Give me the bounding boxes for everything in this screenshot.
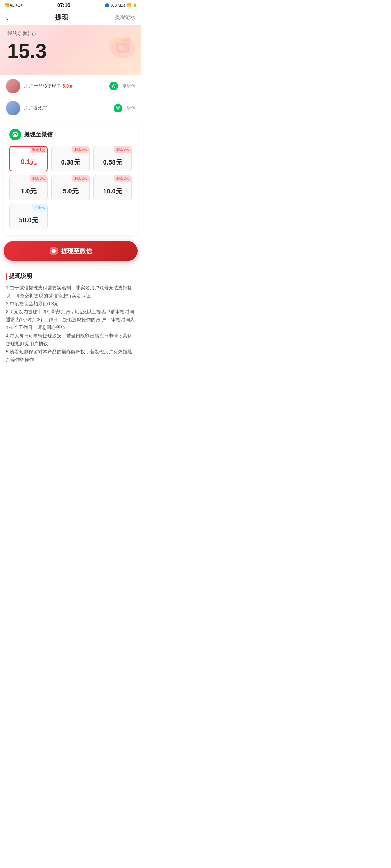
instructions-title-text: 提现说明 (9, 273, 32, 280)
amount-badge-1: 剩余5次 (72, 146, 89, 153)
amount-badge-2: 剩余5次 (114, 146, 131, 153)
instruction-item-5: 5.嗨看短剧保留对本产品的最终解释权，若发现用户有外挂黑产等作弊操作... (6, 348, 135, 364)
amount-badge-3: 剩余3次 (30, 175, 47, 182)
instructions-body: 1.由于微信提现支付需要实名制，非实名用户账号无法支持提现，请务必将提现的微信号… (6, 284, 135, 364)
amount-badge-5: 剩余2次 (114, 175, 131, 182)
card-title: 提现至微信 (24, 131, 53, 139)
amount-badge-6: 不限次 (32, 204, 47, 211)
feed-text-1: 用户******8提现了 5.0元 (24, 83, 106, 89)
amount-option-3[interactable]: 剩余3次 1.0元 (9, 175, 48, 200)
feed-item-1: 用户******8提现了 5.0元 W 至微信 (0, 75, 141, 97)
amount-value-1: 0.38元 (61, 158, 80, 167)
amount-value-6: 50.0元 (19, 216, 38, 225)
instruction-item-1: 1.由于微信提现支付需要实名制，非实名用户账号无法支持提现，请务必将提现的微信号… (6, 284, 135, 300)
instructions-title: 提现说明 (6, 273, 135, 280)
wechat-btn-icon (50, 247, 58, 255)
feed-avatar-2 (6, 101, 20, 115)
amount-badge-4: 剩余2次 (72, 175, 89, 182)
balance-section: 我的余额(元) 15.3 (0, 25, 141, 75)
signal-info: 📶 4G 4G+ (4, 3, 22, 7)
feed-item-2: 用户提现了 W 微信 (0, 97, 141, 119)
amount-option-5[interactable]: 剩余2次 10.0元 (93, 175, 132, 200)
instructions-section: 提现说明 1.由于微信提现支付需要实名制，非实名用户账号无法支持提现，请务必将提… (0, 267, 141, 371)
svg-point-4 (119, 46, 123, 50)
bluetooth-icon: 🔵 (105, 3, 109, 7)
amount-value-0: 0.1元 (21, 158, 36, 166)
wifi-icon: 📶 (127, 3, 131, 7)
signal-icon: 📶 (4, 3, 9, 7)
network-speed: 893 KB/s (110, 3, 125, 7)
amount-option-4[interactable]: 剩余2次 5.0元 (51, 175, 90, 200)
instruction-item-3: 3. 5元以内提现申请可即刻到账，5元及以上提现申请审核时间通常为1小时到3个工… (6, 308, 135, 332)
amount-value-3: 1.0元 (21, 187, 36, 196)
withdraw-btn-label: 提现至微信 (61, 247, 92, 255)
history-button[interactable]: 提现记录 (115, 14, 135, 21)
withdraw-button[interactable]: 提现至微信 (4, 241, 138, 261)
amount-options-grid: 剩余1次 0.1元 剩余5次 0.38元 剩余5次 0.58元 剩余3次 1.0… (9, 146, 132, 200)
withdraw-card: 提现至微信 剩余1次 0.1元 剩余5次 0.38元 剩余5次 0.58元 剩余… (4, 123, 138, 235)
card-header: 提现至微信 (9, 129, 132, 140)
feed-username-1: 用户******8提现了 (24, 83, 61, 89)
status-right-icons: 🔵 893 KB/s 📶 🔋 (105, 3, 137, 7)
status-bar: 📶 4G 4G+ 07:16 🔵 893 KB/s 📶 🔋 (0, 0, 141, 10)
wechat-icon-2: W (114, 104, 122, 112)
amount-value-4: 5.0元 (63, 187, 78, 196)
status-time: 07:16 (57, 2, 70, 8)
amount-badge-0: 剩余1次 (30, 147, 47, 153)
page-header: ‹ 提现 提现记录 (0, 10, 141, 25)
decoration-svg (94, 28, 138, 64)
amount-option-1[interactable]: 剩余5次 0.38元 (51, 146, 90, 171)
feed-avatar-1 (6, 79, 20, 93)
amount-value-5: 10.0元 (103, 187, 122, 196)
feed-platform-1: 至微信 (122, 83, 135, 89)
amount-option-6[interactable]: 不限次 50.0元 (9, 204, 48, 229)
amount-option-row-2: 不限次 50.0元 (9, 204, 132, 229)
amount-option-0[interactable]: 剩余1次 0.1元 (9, 146, 48, 171)
amount-option-2[interactable]: 剩余5次 0.58元 (93, 146, 132, 171)
amount-value-2: 0.58元 (103, 158, 122, 167)
instruction-item-2: 2.单笔提现金额最低0.3元； (6, 300, 135, 308)
feed-username-2: 用户提现了 (24, 105, 47, 111)
page-title: 提现 (55, 13, 68, 22)
feed-platform-2: 微信 (127, 105, 135, 111)
title-bar-decoration (6, 273, 7, 280)
wechat-icon-1: W (109, 82, 118, 90)
wechat-logo (9, 129, 21, 140)
feed-amount-1: 5.0元 (62, 83, 73, 89)
battery-icon: 🔋 (133, 3, 137, 7)
back-button[interactable]: ‹ (6, 13, 8, 22)
feed-text-2: 用户提现了 (24, 105, 110, 111)
network-type: 4G 4G+ (10, 3, 22, 7)
instruction-item-4: 4.每人每日可申请提现多次，若当日限额已满次日申请；具体提现规则见用户协议 (6, 332, 135, 348)
